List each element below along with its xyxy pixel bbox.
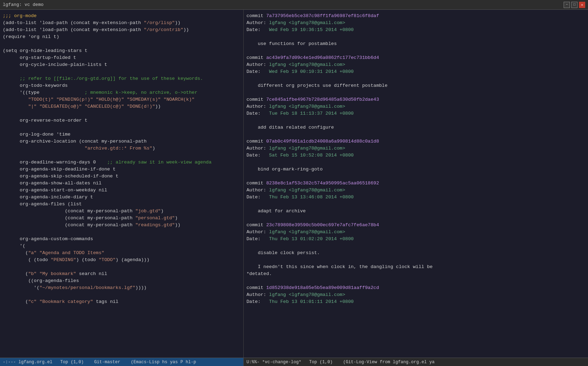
code-line: (setq org-hide-leading-stars t bbox=[3, 47, 241, 54]
code-line bbox=[3, 68, 241, 75]
code-line: (add-to-list 'load-path (concat my-exten… bbox=[3, 20, 241, 26]
author-line: Author: lgfang <lgfang78@gmail.com> bbox=[246, 291, 585, 298]
blank-line bbox=[246, 257, 585, 264]
message-line: adapt for archive bbox=[246, 208, 585, 215]
message-line: I needn't this since when clock in, the … bbox=[246, 264, 585, 270]
date-line: Date: Thu Feb 13 01:02:20 2014 +0800 bbox=[246, 236, 585, 243]
code-line: (concat my-personal-path "readings.gtd")… bbox=[3, 222, 241, 229]
code-line: ("c" "Bookmark category" tags nil bbox=[3, 298, 241, 305]
status-separator: -:--- bbox=[3, 360, 16, 365]
code-line: "|" "DELEGATED(o@)" "CANCELED(c@)" "DONE… bbox=[3, 103, 241, 110]
status-indicator: U:%%- bbox=[246, 360, 260, 365]
window-controls: − □ ✕ bbox=[564, 2, 585, 8]
commit-line: commit 07ab0c49f061a1cdb24008a6a990814d8… bbox=[246, 138, 585, 145]
code-line: ("a" "Agenda and TODO Items" bbox=[3, 250, 241, 257]
code-line bbox=[3, 264, 241, 270]
code-line: ;; refer to [[file:./org-gtd.org]] for t… bbox=[3, 75, 241, 82]
blank-line bbox=[246, 75, 585, 82]
code-line: (add-to-list 'load-path (concat my-exten… bbox=[3, 26, 241, 33]
author-line: Author: lgfang <lgfang78@gmail.com> bbox=[246, 145, 585, 152]
blank-line bbox=[246, 173, 585, 180]
commit-line: commit 7ce845a1fbe4967b728d96485a630d50f… bbox=[246, 96, 585, 103]
code-line: '("~/mynotes/personal/bookmarks.lgf")))) bbox=[3, 284, 241, 291]
commit-line: commit 1d852938de918a05e5b5ea89e009d81aa… bbox=[246, 284, 585, 291]
blank-line bbox=[246, 33, 585, 40]
code-line: (concat my-personal-path "job.gtd") bbox=[3, 208, 241, 215]
blank-line bbox=[246, 89, 585, 96]
blank-line bbox=[246, 277, 585, 284]
code-line bbox=[3, 110, 241, 117]
message-line: *detated. bbox=[246, 270, 585, 277]
status-filename: lgfang.org.el bbox=[18, 360, 53, 365]
blank-line bbox=[246, 243, 585, 250]
date-line: Date: Wed Feb 19 10:36:15 2014 +0800 bbox=[246, 26, 585, 33]
code-line bbox=[3, 124, 241, 131]
blank-line bbox=[246, 117, 585, 124]
status-position-right: Top (1,0) bbox=[309, 360, 333, 365]
window-title: lgfang: vc demo bbox=[3, 2, 44, 7]
code-line bbox=[3, 229, 241, 236]
commit-line: commit ac43e9fa7d09c4e1ed96a0862fc177ec7… bbox=[246, 54, 585, 61]
author-line: Author: lgfang <lgfang78@gmail.com> bbox=[246, 20, 585, 26]
author-line: Author: lgfang <lgfang78@gmail.com> bbox=[246, 229, 585, 236]
status-position-left: Top (1,0) bbox=[60, 360, 84, 365]
code-line: org-todo-keywords bbox=[3, 82, 241, 89]
status-bufname: *vc-change-log* bbox=[262, 360, 301, 365]
code-line: org-agenda-files (list bbox=[3, 201, 241, 208]
author-line: Author: lgfang <lgfang78@gmail.com> bbox=[246, 187, 585, 194]
blank-line bbox=[246, 47, 585, 54]
code-line: ((org-agenda-files bbox=[3, 277, 241, 284]
code-line: "TODO(t)" "PENDING(p!)" "HOLD(h@)" "SOME… bbox=[3, 96, 241, 103]
code-line: '( bbox=[3, 243, 241, 250]
commit-line: commit 8238e8c1af53c382c574a950995ac5aa0… bbox=[246, 180, 585, 187]
commit-line: commit 23c789808e39590c5b00ec697e7afc7fe… bbox=[246, 222, 585, 229]
status-modes-left: (Emacs-Lisp hs yas P hl-p bbox=[131, 360, 196, 365]
code-line: org-archive-location (concat my-personal… bbox=[3, 138, 241, 145]
status-branch: Git-master bbox=[94, 360, 120, 365]
code-line: org-agenda-custom-commands bbox=[3, 236, 241, 243]
code-line: '((type ; mnemonic k->keep, no archive, … bbox=[3, 89, 241, 96]
minimize-button[interactable]: − bbox=[564, 2, 570, 8]
blank-line bbox=[246, 215, 585, 222]
code-line: org-reverse-note-order t bbox=[3, 117, 241, 124]
close-button[interactable]: ✕ bbox=[579, 2, 585, 8]
date-line: Date: Thu Feb 13 13:46:08 2014 +0800 bbox=[246, 194, 585, 201]
status-modes-right: (Git-Log-View from lgfang.org.el ya bbox=[343, 360, 435, 365]
status-right: U:%%- *vc-change-log* Top (1,0) (Git-Log… bbox=[244, 358, 588, 366]
code-line: org-deadline-warning-days 0 ;; already s… bbox=[3, 159, 241, 166]
code-line: (require 'org nil t) bbox=[3, 33, 241, 40]
code-line: org-agenda-include-diary t bbox=[3, 194, 241, 201]
code-line: org-log-done 'time bbox=[3, 131, 241, 138]
message-line: add ditaa related configure bbox=[246, 124, 585, 131]
code-line: "archive.gtd::* From %s") bbox=[3, 145, 241, 152]
message-line: use functions for postambles bbox=[246, 40, 585, 47]
author-line: Author: lgfang <lgfang78@gmail.com> bbox=[246, 61, 585, 68]
code-line: org-cycle-include-plain-lists t bbox=[3, 61, 241, 68]
commit-line: commit 7a737956eb5ce387c98ff1fa96987ef81… bbox=[246, 13, 585, 20]
blank-line bbox=[246, 159, 585, 166]
date-line: Date: Thu Feb 13 01:01:11 2014 +0800 bbox=[246, 298, 585, 305]
main-area: ;;; org-mode(add-to-list 'load-path (con… bbox=[0, 10, 588, 358]
date-line: Date: Sat Feb 15 10:52:08 2014 +0800 bbox=[246, 152, 585, 159]
code-line: org-agenda-show-all-dates nil bbox=[3, 180, 241, 187]
message-line: disable clock persist. bbox=[246, 250, 585, 257]
blank-line bbox=[246, 201, 585, 208]
status-bar: -:--- lgfang.org.el Top (1,0) Git-master… bbox=[0, 358, 588, 366]
blank-line bbox=[246, 131, 585, 138]
code-line: ( (todo "PENDING") (todo "TODO") (agenda… bbox=[3, 257, 241, 264]
code-editor[interactable]: ;;; org-mode(add-to-list 'load-path (con… bbox=[0, 11, 243, 356]
code-line: org-agenda-skip-deadline-if-done t bbox=[3, 166, 241, 173]
code-line: org-startup-folded t bbox=[3, 54, 241, 61]
code-line bbox=[3, 152, 241, 159]
right-pane: commit 7a737956eb5ce387c98ff1fa96987ef81… bbox=[244, 10, 588, 358]
code-line: ("b" "My bookmark" search nil bbox=[3, 270, 241, 277]
code-line: org-agenda-start-on-weekday nil bbox=[3, 187, 241, 194]
code-line: org-agenda-skip-scheduled-if-done t bbox=[3, 173, 241, 180]
code-line bbox=[3, 40, 241, 47]
code-line bbox=[3, 291, 241, 298]
maximize-button[interactable]: □ bbox=[571, 2, 578, 8]
git-log-view[interactable]: commit 7a737956eb5ce387c98ff1fa96987ef81… bbox=[244, 11, 588, 356]
code-line: (concat my-personal-path "personal.gtd") bbox=[3, 215, 241, 222]
date-line: Date: Tue Feb 18 11:13:37 2014 +0800 bbox=[246, 110, 585, 117]
left-pane: ;;; org-mode(add-to-list 'load-path (con… bbox=[0, 10, 244, 358]
